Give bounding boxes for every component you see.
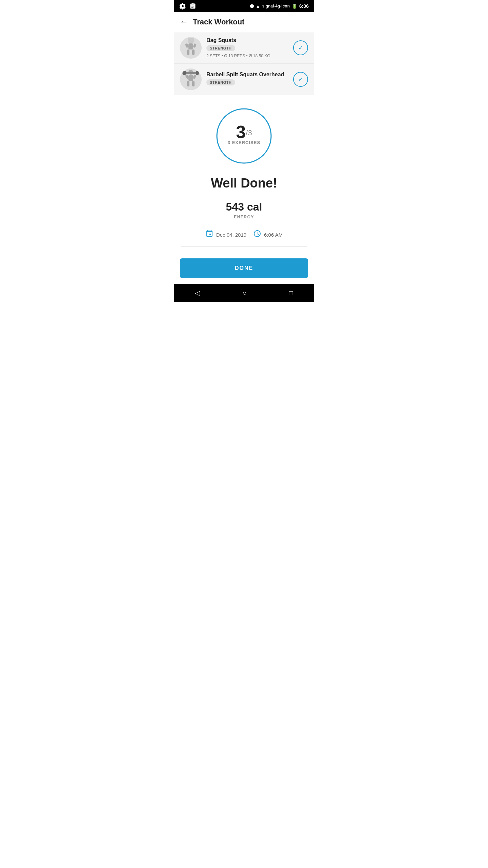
done-button[interactable]: DONE [180,258,308,278]
status-bar: ⬢ ▲ signal-4g-icon 🔋 6:06 [174,0,314,12]
time-item: 6:06 AM [253,230,283,240]
calendar-icon [205,230,214,240]
exercise-tag-1: STRENGTH [206,45,235,51]
svg-rect-10 [192,81,195,86]
svg-text:3/3: 3/3 [236,122,252,142]
bluetooth-icon: ⬢ [250,3,254,9]
status-bar-left [179,3,196,9]
exercise-tag-2: STRENGTH [206,79,235,85]
status-bar-right: ⬢ ▲ signal-4g-icon 🔋 6:06 [250,3,309,9]
progress-circle: 3/3 3 EXERCISES [214,105,274,166]
exercise-info-2: Barbell Split Squats Overhead STRENGTH [206,72,290,87]
clock: 6:06 [299,3,309,9]
exercise-name-2: Barbell Split Squats Overhead [206,72,290,78]
svg-rect-6 [188,38,194,43]
nav-back-button[interactable]: ◁ [195,289,200,297]
svg-rect-4 [185,43,189,48]
exercise-image-1 [182,38,199,58]
exercise-item-1[interactable]: Bag Squats STRENGTH 2 SETS • Ø 13 REPS •… [174,32,314,64]
checkmark-icon-1: ✓ [298,44,303,52]
battery-icon: 🔋 [292,4,297,9]
time-text: 6:06 AM [264,232,283,238]
energy-value: 543 cal [226,201,262,213]
svg-rect-1 [188,43,193,50]
svg-rect-13 [196,71,199,75]
svg-rect-8 [188,75,193,81]
energy-label: ENERGY [226,215,262,219]
progress-current: 3 [236,122,246,142]
exercise-list: Bag Squats STRENGTH 2 SETS • Ø 13 REPS •… [174,32,314,95]
network-label: signal-4g-icon [262,4,290,8]
page-title: Track Workout [193,18,244,26]
bottom-nav: ◁ ○ □ [174,284,314,302]
divider [181,246,307,247]
exercise-item-2[interactable]: Barbell Split Squats Overhead STRENGTH ✓ [174,64,314,95]
header: ← Track Workout [174,12,314,32]
gear-icon [179,3,186,9]
progress-circle-container: 3/3 3 EXERCISES [214,105,274,168]
datetime-row: Dec 04, 2019 6:06 AM [205,230,283,240]
exercise-info-1: Bag Squats STRENGTH 2 SETS • Ø 13 REPS •… [206,37,290,58]
completion-modal: 3/3 3 EXERCISES Well Done! 543 cal ENERG… [174,95,314,254]
date-item: Dec 04, 2019 [205,230,246,240]
exercise-check-2: ✓ [293,72,308,87]
energy-section: 543 cal ENERGY [226,201,262,219]
nav-recent-button[interactable]: □ [289,289,293,297]
exercise-avatar-2 [180,68,202,90]
exercise-avatar-1 [180,37,202,59]
well-done-text: Well Done! [211,176,277,191]
progress-total: /3 [246,129,252,137]
back-button[interactable]: ← [180,18,187,26]
done-button-wrapper: DONE [174,254,314,284]
signal-icon: ▲ [256,4,260,9]
exercise-name-1: Bag Squats [206,37,290,43]
nav-home-button[interactable]: ○ [242,289,246,297]
clipboard-icon [189,3,196,9]
exercise-image-2 [182,70,199,89]
exercise-check-1: ✓ [293,40,308,55]
date-text: Dec 04, 2019 [216,232,246,238]
exercise-stats-1: 2 SETS • Ø 13 REPS • Ø 18.50 KG [206,54,290,58]
svg-rect-9 [187,81,189,86]
svg-rect-3 [192,50,195,55]
progress-label: 3 EXERCISES [228,140,260,145]
svg-rect-5 [193,43,197,48]
checkmark-icon-2: ✓ [298,76,303,83]
clock-icon [253,230,261,240]
svg-rect-2 [187,50,189,55]
svg-rect-12 [183,71,186,75]
